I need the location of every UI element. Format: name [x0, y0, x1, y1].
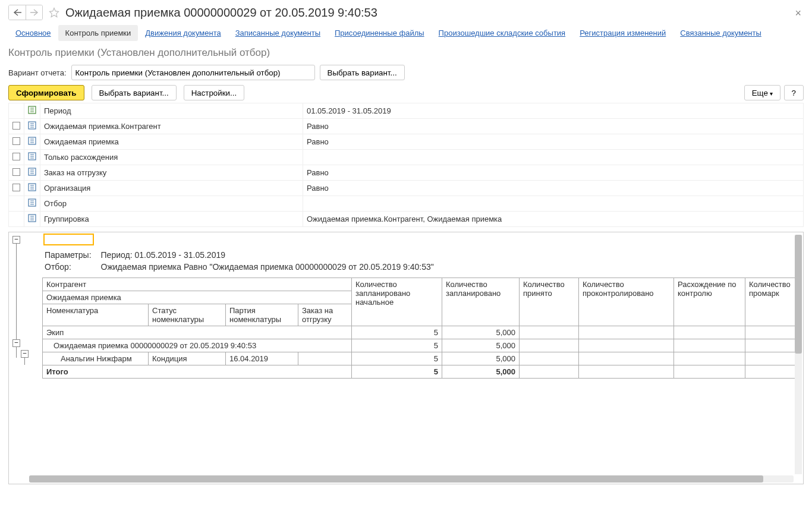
filters-table: Период 01.05.2019 - 31.05.2019 Ожидаемая…	[8, 103, 804, 227]
nav-btns	[8, 5, 43, 20]
col-batch: Партия номенклатуры	[226, 304, 298, 326]
more-button[interactable]: Еще	[744, 85, 780, 100]
tab-movements[interactable]: Движения документа	[138, 25, 228, 41]
variant-input[interactable]	[71, 65, 315, 80]
filter-value: Ожидаемая приемка.Контрагент, Ожидаемая …	[303, 212, 804, 227]
filter-name: Ожидаемая приемка.Контрагент	[40, 119, 303, 134]
filter-value	[303, 150, 804, 165]
filter-icon	[28, 152, 36, 160]
filter-icon	[28, 106, 36, 114]
page-subtitle: Контроль приемки (Установлен дополнитель…	[8, 47, 804, 59]
settings-button[interactable]: Настройки...	[184, 85, 244, 100]
back-button[interactable]	[9, 5, 26, 20]
variant-label: Вариант отчета:	[8, 68, 67, 77]
col-expected: Ожидаемая приемка	[43, 291, 352, 304]
close-icon[interactable]: ×	[795, 7, 801, 20]
filter-icon	[28, 183, 36, 191]
select-variant-button[interactable]: Выбрать вариант...	[92, 85, 177, 100]
table-row: Экип 5 5,000	[43, 326, 799, 339]
report-area: − − − Параметры: Период: 01.05.2019 - 31…	[8, 232, 804, 484]
col-contragent: Контрагент	[43, 278, 352, 291]
filter-row: Отбор	[9, 196, 804, 212]
filter-name: Заказ на отгрузку	[40, 165, 303, 181]
filter-icon	[28, 137, 36, 145]
col-qty-plan: Количество запланировано	[442, 278, 520, 326]
total-row: Итого 5 5,000	[43, 365, 799, 379]
filter-row: Ожидаемая приемка.Контрагент Равно	[9, 119, 804, 134]
filter-row: Ожидаемая приемка Равно	[9, 134, 804, 150]
filter-value: Равно	[303, 165, 804, 181]
filter-row: Заказ на отгрузку Равно	[9, 165, 804, 181]
tab-main[interactable]: Основное	[8, 25, 58, 41]
filter-checkbox[interactable]	[12, 153, 20, 160]
table-row: Ожидаемая приемка 00000000029 от 20.05.2…	[43, 339, 799, 352]
filter-icon	[28, 198, 36, 207]
filter-checkbox[interactable]	[12, 184, 20, 191]
col-qty-plan-init: Количество запланировано начальное	[352, 278, 442, 326]
filter-value: Равно	[303, 119, 804, 134]
table-row: Анальгин Нижфарм Кондиция 16.04.2019 5 5…	[43, 352, 799, 365]
col-nomen: Номенклатура	[43, 304, 149, 326]
filter-label: Отбор:	[42, 261, 99, 273]
filter-value: 01.05.2019 - 31.05.2019	[303, 103, 804, 119]
filter-icon	[28, 168, 36, 176]
forward-button[interactable]	[26, 5, 42, 20]
col-qty-mark: Количество промарк	[745, 278, 799, 326]
tab-related[interactable]: Связанные документы	[673, 25, 769, 41]
vertical-scrollbar[interactable]	[795, 235, 802, 474]
help-button[interactable]: ?	[784, 85, 804, 100]
params-value: Период: 01.05.2019 - 31.05.2019	[99, 249, 441, 261]
filter-value: Равно	[303, 134, 804, 150]
col-order: Заказ на отгрузку	[298, 304, 352, 326]
filter-row: Только расхождения	[9, 150, 804, 165]
tab-saved-docs[interactable]: Записанные документы	[228, 25, 328, 41]
tab-events[interactable]: Произошедшие складские события	[432, 25, 573, 41]
horizontal-scrollbar[interactable]	[29, 475, 794, 483]
tree-collapse-2[interactable]: −	[21, 350, 29, 358]
col-qty-accepted: Количество принято	[520, 278, 579, 326]
filter-row: Группировка Ожидаемая приемка.Контрагент…	[9, 212, 804, 227]
tree-collapse-1[interactable]: −	[12, 339, 20, 347]
form-button[interactable]: Сформировать	[8, 85, 84, 100]
filter-checkbox[interactable]	[12, 122, 20, 130]
favorite-star-icon[interactable]	[48, 6, 61, 19]
filter-icon	[28, 121, 36, 130]
report-table: Контрагент Количество запланировано нача…	[42, 278, 799, 379]
col-qty-checked: Количество проконтролировано	[579, 278, 674, 326]
col-diff: Расхождение по контролю	[674, 278, 745, 326]
select-variant-button-top[interactable]: Выбрать вариант...	[320, 65, 405, 80]
selected-cell[interactable]	[43, 234, 94, 245]
filter-value: Ожидаемая приемка Равно "Ожидаемая прием…	[99, 261, 441, 273]
tab-control[interactable]: Контроль приемки	[58, 25, 139, 41]
filter-name: Период	[40, 103, 303, 119]
params-label: Параметры:	[42, 249, 99, 261]
filter-icon	[28, 214, 36, 222]
window-title: Ожидаемая приемка 00000000029 от 20.05.2…	[65, 6, 804, 20]
filter-value: Равно	[303, 181, 804, 196]
filter-name: Группировка	[40, 212, 303, 227]
filter-checkbox[interactable]	[12, 168, 20, 176]
filter-name: Только расхождения	[40, 150, 303, 165]
tab-changes[interactable]: Регистрация изменений	[572, 25, 673, 41]
filter-row: Организация Равно	[9, 181, 804, 196]
tree-collapse-root[interactable]: −	[12, 236, 20, 244]
tab-attachments[interactable]: Присоединенные файлы	[328, 25, 432, 41]
filter-name: Организация	[40, 181, 303, 196]
filter-row: Период 01.05.2019 - 31.05.2019	[9, 103, 804, 119]
filter-checkbox[interactable]	[12, 137, 20, 145]
filter-name: Ожидаемая приемка	[40, 134, 303, 150]
col-status: Статус номенклатуры	[149, 304, 226, 326]
filter-name: Отбор	[40, 196, 303, 212]
filter-value	[303, 196, 804, 212]
tabs: Основное Контроль приемки Движения докум…	[8, 25, 804, 41]
